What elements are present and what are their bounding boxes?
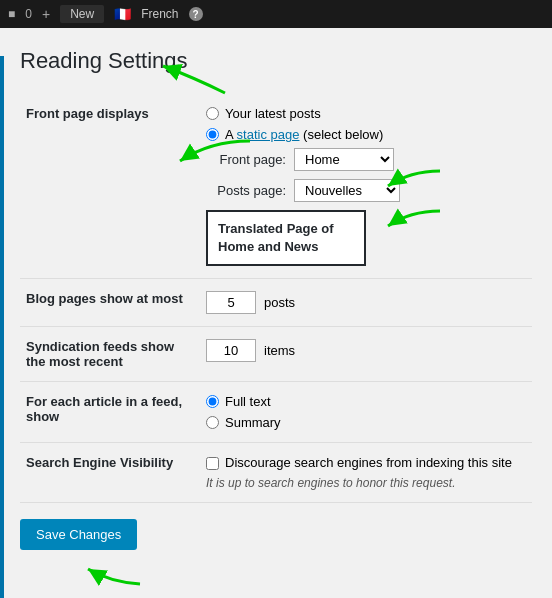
search-engine-options: Discourage search engines from indexing …: [200, 443, 532, 503]
search-engine-row: Search Engine Visibility Discourage sear…: [20, 443, 532, 503]
search-engine-checkbox-row: Discourage search engines from indexing …: [206, 455, 526, 470]
posts-page-select-label: Posts page:: [206, 183, 286, 198]
summary-radio[interactable]: [206, 416, 219, 429]
settings-table: Front page displays Your latest posts A …: [20, 94, 532, 503]
feed-article-label: For each article in a feed, show: [20, 382, 200, 443]
blog-pages-label: Blog pages show at most: [20, 279, 200, 327]
posts-page-select-row: Posts page: Nouvelles Home About: [206, 179, 526, 202]
new-button[interactable]: New: [60, 5, 104, 23]
posts-page-select[interactable]: Nouvelles Home About: [294, 179, 400, 202]
static-page-link[interactable]: static page: [237, 127, 300, 142]
front-page-row: Front page displays Your latest posts A …: [20, 94, 532, 279]
plus-icon: +: [42, 6, 50, 22]
blog-posts-input[interactable]: [206, 291, 256, 314]
feed-options: Full text Summary: [206, 394, 526, 430]
search-engine-checkbox[interactable]: [206, 457, 219, 470]
save-changes-button[interactable]: Save Changes: [20, 519, 137, 550]
latest-posts-option: Your latest posts: [206, 106, 526, 121]
notification-count: 0: [25, 7, 32, 21]
static-page-option: A static page (select below): [206, 127, 526, 142]
flag-icon: 🇫🇷: [114, 6, 131, 22]
search-engine-note: It is up to search engines to honor this…: [206, 476, 526, 490]
summary-label: Summary: [225, 415, 281, 430]
summary-option: Summary: [206, 415, 526, 430]
latest-posts-radio[interactable]: [206, 107, 219, 120]
blog-pages-row: Blog pages show at most posts: [20, 279, 532, 327]
translated-callout: Translated Page of Home and News: [206, 210, 366, 266]
wp-icon: ■: [8, 7, 15, 21]
blog-posts-suffix: posts: [264, 295, 295, 310]
toolbar: ■ 0 + New 🇫🇷 French ?: [0, 0, 552, 28]
full-text-radio[interactable]: [206, 395, 219, 408]
search-engine-checkbox-label: Discourage search engines from indexing …: [225, 455, 512, 470]
latest-posts-text: Your latest posts: [225, 106, 321, 121]
syndication-suffix: items: [264, 343, 295, 358]
front-page-select[interactable]: Home News About: [294, 148, 394, 171]
page-selects: Front page: Home News About Posts page: …: [206, 148, 526, 202]
static-page-radio[interactable]: [206, 128, 219, 141]
full-text-label: Full text: [225, 394, 271, 409]
front-page-select-row: Front page: Home News About: [206, 148, 526, 171]
language-label: French: [141, 7, 178, 21]
front-page-options: Your latest posts A static page (select …: [200, 94, 532, 279]
full-text-option: Full text: [206, 394, 526, 409]
page-title: Reading Settings: [20, 48, 532, 74]
search-engine-label: Search Engine Visibility: [20, 443, 200, 503]
syndication-input-row: items: [206, 339, 526, 362]
syndication-label: Syndication feeds show the most recent: [20, 327, 200, 382]
main-content: Reading Settings: [0, 28, 552, 598]
syndication-row: Syndication feeds show the most recent i…: [20, 327, 532, 382]
help-icon[interactable]: ?: [189, 7, 203, 21]
front-page-label: Front page displays: [20, 94, 200, 279]
front-page-select-label: Front page:: [206, 152, 286, 167]
syndication-value: items: [200, 327, 532, 382]
static-page-text: A static page (select below): [225, 127, 383, 142]
feed-article-row: For each article in a feed, show Full te…: [20, 382, 532, 443]
blog-posts-input-row: posts: [206, 291, 526, 314]
feed-article-options: Full text Summary: [200, 382, 532, 443]
syndication-input[interactable]: [206, 339, 256, 362]
blog-pages-value: posts: [200, 279, 532, 327]
